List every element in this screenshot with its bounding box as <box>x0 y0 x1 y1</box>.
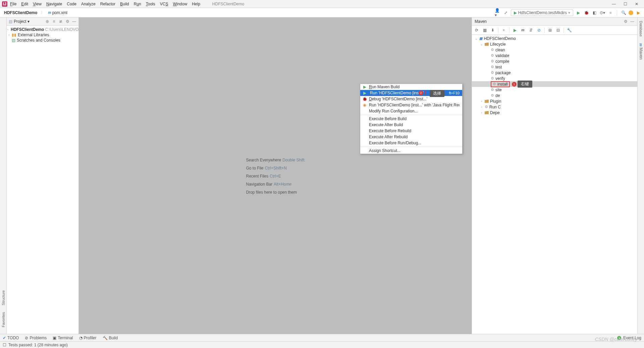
menu-code[interactable]: Code <box>65 1 78 7</box>
generate-sources-icon[interactable]: ▦ <box>482 28 487 33</box>
gutter-maven[interactable]: m Maven <box>638 43 643 59</box>
menu-navigate[interactable]: NavigateNavigate <box>44 1 64 7</box>
execute-goal-icon[interactable]: m <box>520 28 526 33</box>
cm-debug-install[interactable]: 🐞 Debug 'HDFSClientDemo [inst...'Debug '… <box>360 96 462 102</box>
menu-tools[interactable]: ToolsTools <box>144 1 157 7</box>
expand-all-icon[interactable]: ≡ <box>52 19 56 24</box>
add-config-icon[interactable]: 👤▾ <box>495 10 501 16</box>
cm-exec-before-run[interactable]: Execute Before Run/Debug... <box>360 140 462 146</box>
project-panel-title[interactable]: Project ▾ <box>14 19 30 24</box>
cm-exec-before-rebuild[interactable]: Execute Before Rebuild <box>360 128 462 134</box>
minimize-button[interactable]: — <box>611 1 616 7</box>
toggle-offline-icon[interactable]: ⇵ <box>528 28 534 33</box>
tree-arrow-icon[interactable]: › <box>7 33 11 37</box>
tree-arrow-icon[interactable]: › <box>480 111 483 114</box>
menu-vcs[interactable]: VCSVCS <box>158 1 170 7</box>
navigation-bar: HDFSClientDemo 〉 mpom.xml 👤▾ ⤢ ▶ HdfsCli… <box>0 8 644 17</box>
collapse-all-icon[interactable]: ≢ <box>58 19 63 24</box>
gutter-structure[interactable]: Structure <box>1 290 5 305</box>
menu-help[interactable]: Help <box>190 1 202 7</box>
actions-button[interactable]: ▶ <box>635 10 641 16</box>
maven-lifecycle[interactable]: ⌄ Lifecycle <box>472 41 637 47</box>
menu-file[interactable]: FFileile <box>8 1 18 7</box>
goal-site[interactable]: ⚙site <box>472 87 637 93</box>
build-icon[interactable]: ⤢ <box>503 10 509 16</box>
cm-exec-before-build[interactable]: Execute Before Build <box>360 116 462 122</box>
cm-assign-shortcut[interactable]: Assign Shortcut... <box>360 148 462 154</box>
cm-run-install[interactable]: ▶ Run 'HDFSClientDemo [inst...' 2 选择 ft+… <box>360 90 462 96</box>
tree-arrow-icon[interactable]: ⌄ <box>480 43 483 46</box>
gutter-favorites[interactable]: Favorites <box>1 312 5 327</box>
gutter-database[interactable]: Database <box>639 21 643 37</box>
cm-modify-config[interactable]: Modify Run Configuration... <box>360 108 462 114</box>
search-button[interactable]: 🔍 <box>621 10 627 16</box>
tree-root[interactable]: › HDFSClientDemo C:\Users\LENOVO <box>7 27 78 32</box>
tab-problems[interactable]: ⊘Problems <box>25 336 47 340</box>
reload-icon[interactable]: ⟳ <box>474 28 479 33</box>
settings-icon[interactable]: ⚙ <box>65 19 70 24</box>
hide-maven-panel-icon[interactable]: — <box>630 19 635 24</box>
hide-panel-icon[interactable]: — <box>72 19 76 24</box>
tree-external-libs[interactable]: › ▮▮ External Libraries <box>7 32 78 38</box>
goal-install[interactable]: ⚙install 1 右键 <box>472 81 637 87</box>
cm-exec-after-build[interactable]: Execute After Build <box>360 122 462 128</box>
maven-settings-button[interactable]: 🔧 <box>567 28 572 33</box>
maximize-button[interactable]: ☐ <box>623 1 628 7</box>
tab-terminal[interactable]: ▣Terminal <box>53 336 73 340</box>
ide-update-icon[interactable] <box>629 10 633 15</box>
goal-validate[interactable]: ⚙validate <box>472 53 637 58</box>
run-goal-icon[interactable]: ▶ <box>512 28 518 33</box>
menu-analyze[interactable]: Analyze <box>79 1 98 7</box>
goal-package[interactable]: ⚙package <box>472 70 637 76</box>
close-button[interactable]: ✕ <box>634 1 639 7</box>
profile-button[interactable]: ⊙▾ <box>599 10 605 16</box>
menu-run[interactable]: RunRun <box>132 1 143 7</box>
show-deps-icon[interactable]: ⊞ <box>547 28 553 33</box>
plugins-label: Plugin <box>490 99 501 104</box>
annotation-badge-1: 1 <box>512 82 517 87</box>
goal-clean[interactable]: ⚙clean <box>472 47 637 53</box>
tree-arrow-icon[interactable]: ⌄ <box>475 37 478 40</box>
menu-view[interactable]: ViewView <box>31 1 44 7</box>
tab-todo[interactable]: ✔TODO <box>3 336 19 340</box>
select-opened-file-icon[interactable]: ⊕ <box>45 19 50 24</box>
cm-run-maven-build[interactable]: ▶ Run Maven BuildRun Maven Build <box>360 84 462 90</box>
maven-plugins[interactable]: ›Plugin <box>472 98 637 104</box>
cm-run-jfr[interactable]: ◉ Run 'HDFSClientDemo [inst...' with 'Ja… <box>360 102 462 108</box>
add-project-icon[interactable]: ＋ <box>501 28 506 33</box>
collapse-icon[interactable]: ⊟ <box>555 28 561 33</box>
maven-run-configs[interactable]: ›⚙Run C <box>472 104 637 110</box>
menu-window[interactable]: WindowWindow <box>171 1 189 7</box>
cm-separator <box>360 115 462 115</box>
cm-exec-after-rebuild[interactable]: Execute After Rebuild <box>360 134 462 140</box>
tree-scratches[interactable]: ▧ Scratches and Consoles <box>7 38 78 43</box>
breadcrumb-root[interactable]: HDFSClientDemo <box>3 10 39 16</box>
maven-project-root[interactable]: ⌄ ▦ HDFSClientDemo <box>472 36 637 41</box>
download-icon[interactable]: ⬇ <box>490 28 495 33</box>
menu-edit[interactable]: EditEdit <box>19 1 30 7</box>
run-config-select[interactable]: ▶ HdfsClientDemo.testMkdirs ▾ <box>511 9 573 16</box>
tab-profiler[interactable]: ◔Profiler <box>79 336 97 340</box>
stop-button[interactable]: ■ <box>607 10 613 16</box>
debug-button[interactable]: 🐞 <box>583 10 589 16</box>
tree-arrow-icon[interactable]: › <box>480 100 483 103</box>
tree-arrow-icon[interactable]: › <box>7 28 8 31</box>
tab-build[interactable]: 🔨Build <box>103 336 118 340</box>
breadcrumb-file[interactable]: mpom.xml <box>47 9 69 16</box>
goal-test[interactable]: ⚙test <box>472 64 637 70</box>
status-icon[interactable]: ☐ <box>3 343 6 347</box>
tree-arrow-icon[interactable]: › <box>480 105 483 109</box>
toggle-skip-tests-icon[interactable]: ⊘ <box>536 28 542 33</box>
separator <box>498 28 498 33</box>
goal-deploy[interactable]: ⚙de <box>472 93 637 98</box>
deps-label: Depe <box>490 110 500 115</box>
maven-deps[interactable]: ›Depe <box>472 110 637 115</box>
maven-settings-icon[interactable]: ⚙ <box>623 19 628 24</box>
goal-compile[interactable]: ⚙compile <box>472 58 637 64</box>
editor-area[interactable]: Search Everywhere Double Shift Go to Fil… <box>79 17 472 334</box>
run-button[interactable]: ▶ <box>575 10 581 16</box>
coverage-button[interactable]: ◧ <box>591 10 597 16</box>
menu-build[interactable]: BuildBuild <box>118 1 131 7</box>
goal-verify[interactable]: ⚙verify <box>472 76 637 81</box>
menu-refactor[interactable]: Refactor <box>98 1 117 7</box>
